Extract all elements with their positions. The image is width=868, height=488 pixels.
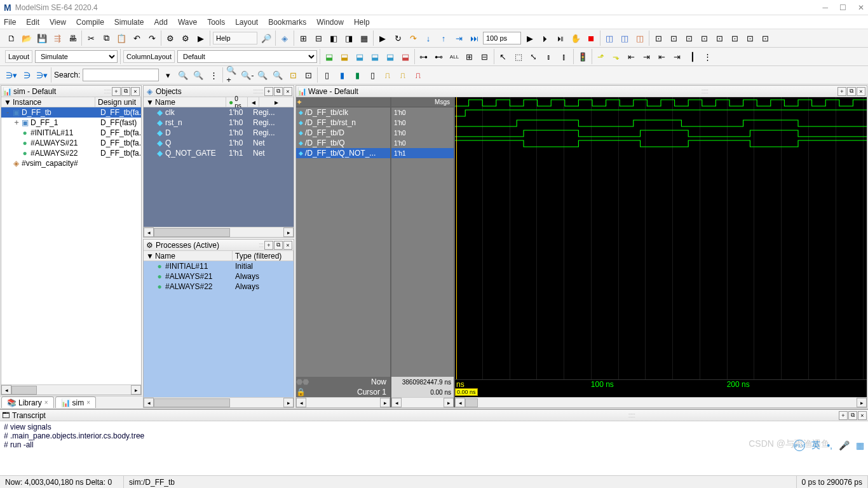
- group-a1-icon[interactable]: ⬓: [323, 50, 336, 63]
- run-icon-3[interactable]: ⏯: [554, 32, 567, 44]
- ime-punct-icon[interactable]: •,: [827, 440, 832, 451]
- transcript-undock-button[interactable]: ⧉: [848, 411, 857, 420]
- tb-icon-e[interactable]: ▦: [358, 32, 370, 44]
- restart-icon[interactable]: ↻: [391, 32, 404, 44]
- processes-pane-close-button[interactable]: ×: [283, 241, 292, 250]
- tab-sim-close-icon[interactable]: ×: [86, 399, 90, 406]
- simulate-icon[interactable]: ▶: [194, 32, 207, 44]
- compile-icon[interactable]: ⚙: [164, 32, 177, 44]
- break-icon[interactable]: ✋: [569, 32, 582, 44]
- redo-icon[interactable]: ↷: [146, 32, 158, 44]
- maximize-button[interactable]: ☐: [839, 3, 846, 12]
- objects-col-time[interactable]: ●0 ps: [226, 97, 248, 107]
- group-a6-icon[interactable]: ⬓: [399, 50, 412, 63]
- tb-x5-icon[interactable]: ⊡: [713, 32, 726, 44]
- objects-row[interactable]: ◆Q_NOT_GATE1'h1Net: [144, 148, 294, 158]
- wave-time-ruler[interactable]: ns 100 ns 200 ns: [455, 379, 867, 388]
- menu-window[interactable]: Window: [316, 18, 344, 27]
- tb-x3-icon[interactable]: ⊡: [682, 32, 695, 44]
- tb-x7-icon[interactable]: ⊡: [743, 32, 756, 44]
- wf2-icon[interactable]: ▮: [336, 69, 348, 81]
- contains2-icon[interactable]: ∋: [20, 69, 33, 81]
- tb-wave1-icon[interactable]: ◫: [603, 32, 616, 44]
- sim-row[interactable]: ●#INITIAL#11D_FF_tb(fa...: [1, 128, 141, 138]
- group-a5-icon[interactable]: ⬓: [384, 50, 397, 63]
- wave-signal-row[interactable]: ◆/D_FF_tb/Q_NOT_...: [296, 148, 390, 158]
- tb-x4-icon[interactable]: ⊡: [698, 32, 710, 44]
- zoom-range-icon[interactable]: ⊡: [302, 69, 315, 81]
- search-opt-icon[interactable]: ⋮: [207, 69, 220, 81]
- menu-bookmarks[interactable]: Bookmarks: [268, 18, 306, 27]
- edge-icon[interactable]: ⫾: [543, 50, 555, 63]
- copy-icon[interactable]: ⧉: [100, 32, 112, 44]
- y4-icon[interactable]: ⇥: [641, 50, 653, 63]
- tb-wave2-icon[interactable]: ◫: [618, 32, 631, 44]
- processes-pane-undock-button[interactable]: ⧉: [274, 241, 283, 250]
- wave-signal-row[interactable]: ◆/D_FF_tb/rst_n: [296, 118, 390, 128]
- objects-pane-close-button[interactable]: ×: [283, 87, 292, 96]
- tb-marker2-icon[interactable]: ⊟: [478, 50, 491, 63]
- sim-row[interactable]: ●#ALWAYS#22D_FF_tb(fa...: [1, 148, 141, 158]
- y1-icon[interactable]: ⬏: [595, 50, 607, 63]
- wave-val-hscroll[interactable]: ◂ ▸: [391, 397, 454, 407]
- menu-help[interactable]: Help: [354, 18, 370, 27]
- tab-sim[interactable]: 📊sim×: [55, 396, 97, 408]
- search-next-icon[interactable]: 🔍: [192, 69, 205, 81]
- print-icon[interactable]: 🖶: [66, 32, 79, 44]
- stop-icon[interactable]: ⏹: [585, 32, 597, 44]
- minimize-button[interactable]: ─: [822, 3, 828, 12]
- select-icon[interactable]: ⬚: [512, 50, 525, 63]
- save-all-icon[interactable]: ⇶: [51, 32, 64, 44]
- wf7-icon[interactable]: ⎍: [412, 69, 424, 81]
- ime-grid-icon[interactable]: ▦: [856, 440, 864, 451]
- sim-row[interactable]: ●#ALWAYS#21D_FF_tb(fa...: [1, 138, 141, 148]
- processes-row[interactable]: ●#ALWAYS#21Always: [144, 271, 294, 281]
- wf1-icon[interactable]: ▯: [320, 69, 333, 81]
- sim-tree[interactable]: -▣D_FF_tbD_FF_tb(fa...+▣D_FF_1D_FF(fast)…: [1, 107, 141, 384]
- tb-run-icon[interactable]: ▶: [376, 32, 389, 44]
- wave-val-hscroll-right-icon[interactable]: ▸: [444, 398, 454, 407]
- step-out-icon[interactable]: ↑: [437, 32, 450, 44]
- y8-icon[interactable]: ⋮: [702, 50, 714, 63]
- wave-signal-row[interactable]: ◆/D_FF_tb/D: [296, 128, 390, 138]
- zoom-out-icon[interactable]: 🔍-: [241, 69, 254, 81]
- processes-hscroll-right-icon[interactable]: ▸: [283, 398, 294, 407]
- objects-row[interactable]: ◆clk1'h0Regi...: [144, 107, 294, 118]
- library-icon[interactable]: ◈: [278, 32, 291, 44]
- y2-icon[interactable]: ⬎: [610, 50, 623, 63]
- compile-all-icon[interactable]: ⚙: [179, 32, 192, 44]
- objects-row[interactable]: ◆Q1'h0Net: [144, 138, 294, 148]
- tb-x8-icon[interactable]: ⊡: [759, 32, 771, 44]
- objects-col-next[interactable]: ▸: [259, 97, 294, 107]
- tb-all-icon[interactable]: ALL: [448, 50, 461, 63]
- wave-sig-hscroll-right-icon[interactable]: ▸: [380, 398, 390, 407]
- objects-hscroll-left-icon[interactable]: ◂: [144, 227, 154, 237]
- wave-plot-hscroll-right-icon[interactable]: ▸: [857, 398, 867, 407]
- wave-pane-undock-button[interactable]: ⧉: [847, 87, 856, 96]
- search-input[interactable]: [83, 69, 159, 81]
- run-length-step-icon[interactable]: ▶: [524, 32, 536, 44]
- run-length-input[interactable]: [483, 32, 521, 44]
- sim-col-design-unit[interactable]: Design unit: [95, 97, 141, 107]
- processes-hscroll-left-icon[interactable]: ◂: [144, 398, 154, 407]
- wave-plot-hscroll-left-icon[interactable]: ◂: [455, 398, 465, 407]
- objects-row[interactable]: ◆rst_n1'h0Regi...: [144, 118, 294, 128]
- processes-col-name[interactable]: ▼Name: [144, 251, 233, 261]
- tb-x6-icon[interactable]: ⊡: [728, 32, 741, 44]
- sim-pane-close-button[interactable]: ×: [131, 87, 140, 96]
- tb-icon-b[interactable]: ⊟: [312, 32, 325, 44]
- wf3-icon[interactable]: ▮: [351, 69, 363, 81]
- wf6-icon[interactable]: ⎍: [397, 69, 409, 81]
- tb-marker-icon[interactable]: ⊞: [463, 50, 476, 63]
- tab-library[interactable]: 📚Library×: [1, 396, 54, 408]
- traffic-icon[interactable]: 🚦: [576, 50, 589, 63]
- wave-cursor-marker[interactable]: 0.00 ns: [455, 388, 478, 396]
- transcript-add-button[interactable]: +: [839, 411, 848, 420]
- wave-sig-hscroll-left-icon[interactable]: ◂: [296, 398, 306, 407]
- paste-icon[interactable]: 📋: [115, 32, 128, 44]
- menu-view[interactable]: View: [50, 18, 66, 27]
- tb-icon-a[interactable]: ⊞: [297, 32, 309, 44]
- menu-file[interactable]: File: [4, 18, 16, 27]
- y6-icon[interactable]: ⇥: [671, 50, 684, 63]
- help-go-icon[interactable]: 🔎: [260, 32, 273, 44]
